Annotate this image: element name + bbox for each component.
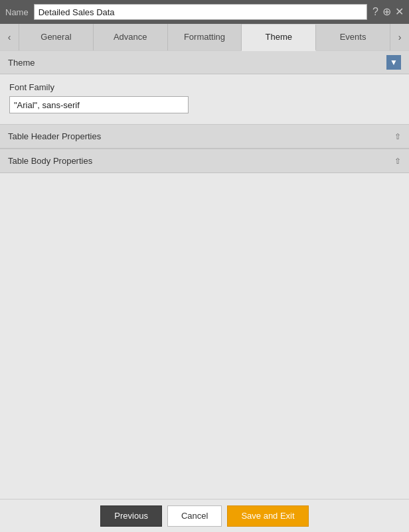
tab-events[interactable]: Events	[316, 24, 390, 50]
table-header-section-label: Table Header Properties	[8, 131, 394, 141]
table-body-chevron-icon: ⇧	[394, 157, 401, 166]
theme-toggle-button[interactable]: ▼	[386, 55, 401, 70]
previous-button[interactable]: Previous	[100, 505, 162, 527]
tab-formatting[interactable]: Formatting	[168, 24, 242, 50]
table-header-chevron-icon: ⇧	[394, 132, 401, 141]
table-body-section-label: Table Body Properties	[8, 156, 394, 166]
font-family-label: Font Family	[9, 82, 400, 92]
move-icon[interactable]: ⊕	[382, 7, 391, 17]
content-spacer	[0, 173, 409, 458]
table-body-section: Table Body Properties ⇧	[0, 149, 409, 173]
cancel-button[interactable]: Cancel	[167, 505, 222, 527]
name-input[interactable]	[34, 4, 367, 20]
tab-prev-arrow[interactable]: ‹	[0, 24, 19, 50]
save-exit-button[interactable]: Save and Exit	[227, 505, 308, 527]
close-icon[interactable]: ✕	[395, 7, 404, 17]
header-icons: ? ⊕ ✕	[372, 7, 404, 17]
theme-section-label: Theme	[8, 58, 386, 68]
tab-next-arrow[interactable]: ›	[390, 24, 409, 50]
table-header-section-header[interactable]: Table Header Properties ⇧	[0, 125, 409, 149]
tab-general[interactable]: General	[19, 24, 94, 50]
help-icon[interactable]: ?	[372, 7, 378, 17]
font-family-input[interactable]	[9, 96, 189, 113]
main-content: Theme ▼ Font Family Table Header Propert…	[0, 50, 409, 458]
table-body-section-header[interactable]: Table Body Properties ⇧	[0, 149, 409, 173]
tab-advance[interactable]: Advance	[94, 24, 168, 50]
theme-section-header: Theme ▼	[0, 50, 409, 74]
tab-theme[interactable]: Theme	[242, 25, 316, 51]
table-header-section: Table Header Properties ⇧	[0, 124, 409, 149]
name-label: Name	[5, 7, 29, 17]
tab-navigation: ‹ General Advance Formatting Theme Event…	[0, 24, 409, 50]
footer: Previous Cancel Save and Exit	[0, 499, 409, 532]
header-bar: Name ? ⊕ ✕	[0, 0, 409, 24]
theme-section-content: Font Family	[0, 74, 409, 124]
